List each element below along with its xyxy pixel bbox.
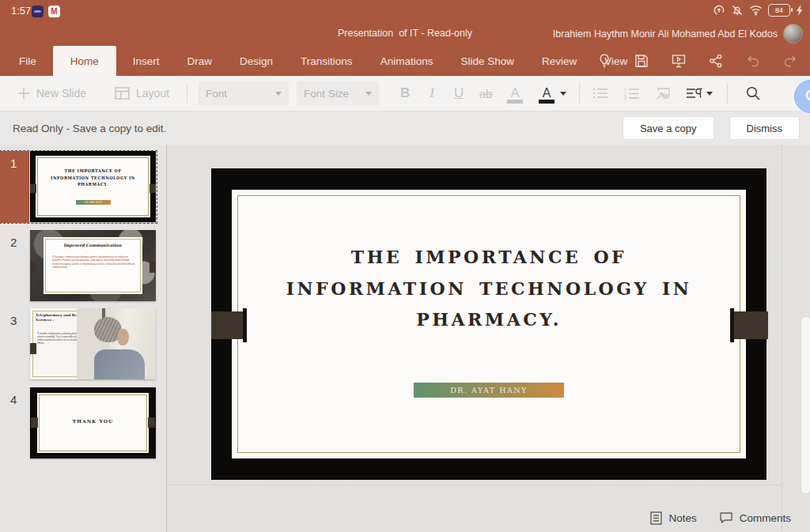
tab-slide-show[interactable]: Slide Show (449, 46, 525, 76)
slide-thumbnail-panel: 1 THE IMPORTANCE OF INFORMATION TECHNOLO… (0, 145, 167, 532)
present-icon[interactable] (670, 52, 687, 70)
clip-decoration (30, 262, 36, 273)
clip-decoration-left-bar (243, 308, 247, 342)
font-select: Font (199, 81, 289, 106)
tab-design[interactable]: Design (229, 46, 284, 76)
save-a-copy-button[interactable]: Save a copy (623, 116, 714, 140)
page-boundary (166, 485, 782, 485)
tab-draw[interactable]: Draw (176, 46, 224, 76)
slide-thumbnail-3[interactable]: 3 Telepharmacy and Remote Services : IT … (0, 308, 157, 380)
account-area[interactable]: Ibrahiem Haythm Monir Ali Mohamed Abd El… (553, 24, 803, 43)
avatar[interactable] (783, 24, 803, 43)
slide-1-preview[interactable]: THE IMPORTANCE OF INFORMATION TECHNOLOGY… (30, 151, 156, 222)
wifi-icon (749, 5, 763, 16)
slide-canvas[interactable]: THE IMPORTANCE OF INFORMATION TECHNOLOGY… (166, 145, 810, 532)
data-saver-icon (713, 4, 725, 17)
app-header: 1:57 M 84 (0, 0, 810, 76)
tab-review[interactable]: Review (531, 46, 588, 76)
tab-insert[interactable]: Insert (122, 46, 171, 76)
underline-button: U (450, 85, 467, 101)
paragraph-icon (686, 87, 703, 100)
tab-animations[interactable]: Animations (369, 46, 445, 76)
search-icon[interactable] (745, 85, 761, 101)
placeholder-icon (656, 87, 672, 100)
slide-4-preview[interactable]: THANK YOU (30, 387, 156, 458)
clip-decoration-right (734, 311, 768, 339)
font-color-button[interactable]: A (537, 86, 556, 100)
comments-icon (719, 511, 733, 524)
clip-decoration (150, 184, 156, 193)
android-status-bar: 1:57 M 84 (0, 0, 810, 21)
powerpoint-app: 1:57 M 84 (0, 0, 810, 532)
dismiss-button[interactable]: Dismiss (729, 116, 801, 140)
notes-icon (650, 511, 662, 525)
slide-2-preview[interactable]: Improved Communication. IT facilitates c… (30, 230, 156, 301)
save-icon[interactable] (633, 52, 650, 70)
font-size-select: Font Size (297, 81, 379, 106)
clip-decoration (148, 417, 155, 428)
clip-decoration-right-bar (730, 308, 734, 342)
chevron-down-icon (365, 92, 372, 96)
comments-button[interactable]: Comments (719, 511, 791, 524)
author-ribbon[interactable]: DR. AYAT HANY (414, 383, 564, 398)
author-ribbon: DR. AYAT HANY (76, 200, 111, 205)
highlight-color-button: A (505, 86, 524, 100)
clip-decoration-left (211, 311, 245, 339)
font-color-dropdown-icon[interactable] (560, 92, 566, 96)
slide-number: 4 (10, 393, 17, 406)
notifications-off-icon (731, 4, 744, 17)
bullet-list-icon (592, 87, 608, 100)
bottom-bar: Notes Comments (166, 504, 810, 532)
numbered-list-icon: 1 2 3 (624, 87, 640, 100)
slide-3-photo (77, 308, 156, 379)
slide-thumbnail-2[interactable]: 2 Improved Communication. IT facilitates… (0, 230, 157, 302)
slide-number: 1 (10, 157, 17, 170)
chevron-down-icon (706, 92, 713, 96)
current-slide[interactable]: THE IMPORTANCE OF INFORMATION TECHNOLOGY… (211, 168, 766, 480)
ribbon-tabs: File Home Insert Draw Design Transitions… (8, 46, 644, 76)
undo-icon (744, 52, 762, 70)
notification-app-icon (32, 6, 44, 17)
slide-thumbnail-4[interactable]: 4 THANK YOU (0, 387, 157, 459)
read-only-banner: Read Only - Save a copy to edit. Save a … (0, 111, 810, 145)
slide-card: THE IMPORTANCE OF INFORMATION TECHNOLOGY… (232, 190, 746, 458)
main-area: 1 THE IMPORTANCE OF INFORMATION TECHNOLO… (0, 145, 810, 532)
clip-decoration (150, 262, 156, 273)
new-slide-button: New Slide (17, 87, 86, 100)
page-boundary (782, 145, 782, 532)
charging-bolt-icon (796, 5, 804, 16)
tab-file[interactable]: File (8, 46, 47, 76)
slide-3-preview[interactable]: Telepharmacy and Remote Services : IT en… (30, 308, 156, 379)
tab-home[interactable]: Home (53, 46, 116, 76)
notes-button[interactable]: Notes (650, 511, 696, 525)
tab-transitions[interactable]: Transitions (290, 46, 364, 76)
battery-icon: 84 (768, 4, 790, 17)
slide-number: 2 (10, 236, 17, 249)
plus-icon (17, 87, 30, 100)
clock: 1:57 (11, 5, 31, 17)
divider (187, 83, 187, 104)
clip-decoration (30, 184, 36, 193)
formatting-toolbar: New Slide Layout Font Font Size B I U ab… (0, 76, 810, 111)
clip-decoration (31, 417, 38, 428)
italic-button: I (423, 85, 441, 101)
divider (727, 83, 728, 104)
clip-decoration (30, 343, 36, 354)
slide-number: 3 (10, 314, 17, 327)
gmail-icon: M (48, 6, 60, 17)
strikethrough-button: ab (477, 87, 494, 100)
paragraph-menu-button[interactable] (686, 87, 713, 100)
vertical-scrollbar[interactable] (801, 316, 810, 494)
bold-button: B (396, 85, 414, 101)
chevron-down-icon (275, 92, 282, 96)
layout-icon (115, 87, 130, 100)
layout-button: Layout (115, 87, 169, 100)
slide-title[interactable]: THE IMPORTANCE OF INFORMATION TECHNOLOGY… (248, 242, 730, 336)
redo-icon (782, 52, 799, 70)
lightbulb-icon[interactable] (596, 52, 613, 70)
share-icon[interactable] (707, 52, 725, 70)
divider (579, 83, 580, 104)
user-name: Ibrahiem Haythm Monir Ali Mohamed Abd El… (553, 28, 778, 40)
read-only-message: Read Only - Save a copy to edit. (13, 123, 166, 134)
slide-thumbnail-1[interactable]: 1 THE IMPORTANCE OF INFORMATION TECHNOLO… (0, 151, 157, 223)
